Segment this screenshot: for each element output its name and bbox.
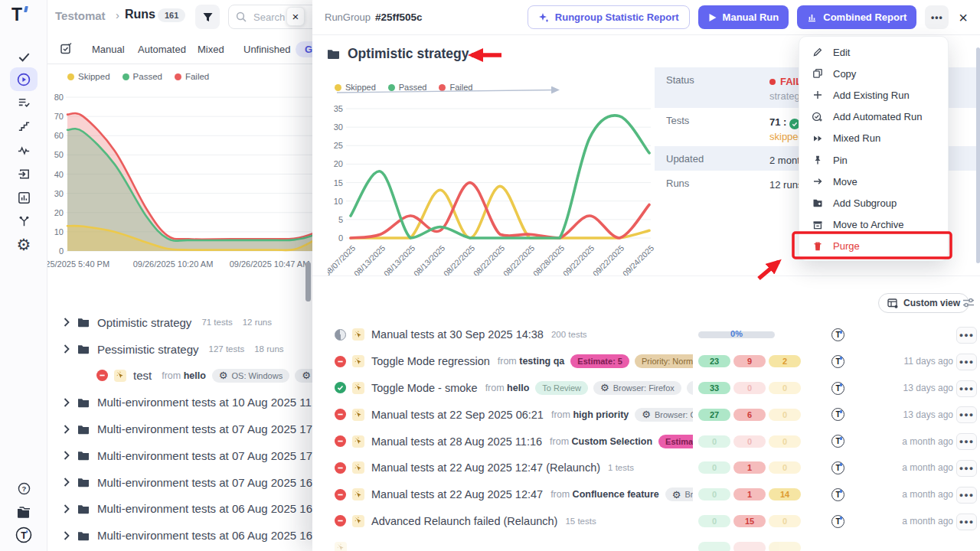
menu-item-add-subgroup[interactable]: Add Subgroup — [799, 192, 948, 214]
trash-icon — [812, 240, 823, 252]
tab-manual[interactable]: Manual — [92, 44, 125, 55]
legend-passed[interactable]: Passed — [122, 72, 162, 81]
test-plans-icon — [17, 96, 31, 110]
run-row-manual-tests-at-22-sep-2025-06-21[interactable]: Manual tests at 22 Sep 2025 06:21 from h… — [312, 401, 980, 428]
row-menu-button[interactable]: ●●● — [956, 460, 977, 477]
chevron-right-icon[interactable] — [64, 344, 70, 354]
close-icon[interactable]: × — [959, 10, 968, 25]
run-row-toggle-mode-smoke[interactable]: Toggle Mode - smoke from hello To Review… — [312, 375, 980, 402]
sidebar-item-help[interactable]: ? — [0, 476, 47, 500]
chevron-right-icon[interactable] — [64, 425, 70, 434]
breadcrumb-app[interactable]: Testomat — [55, 9, 106, 22]
row-menu-button[interactable]: ●●● — [956, 406, 977, 423]
more-actions-button[interactable]: ••• — [925, 5, 949, 29]
chevron-right-icon[interactable] — [64, 398, 70, 407]
menu-item-pin[interactable]: Pin — [799, 149, 948, 171]
skipped-count: 14 — [769, 488, 801, 500]
info-label: Updated — [666, 153, 769, 171]
badge-os-windows: ⚙OS: Windows — [212, 369, 289, 383]
sidebar-item-analytics[interactable] — [0, 185, 47, 210]
run-title: Manual tests at 22 Aug 2025 12:47 (Relau… — [371, 461, 600, 474]
legend-dot-icon — [335, 84, 341, 91]
tab-automated[interactable]: Automated — [138, 44, 186, 55]
rungroup-statistic-report-button[interactable]: Rungroup Statistic Report — [528, 5, 690, 29]
menu-item-copy[interactable]: Copy — [799, 63, 948, 84]
chevron-right-icon[interactable] — [64, 451, 70, 460]
row-menu-button[interactable]: ●●● — [956, 487, 977, 504]
drawer-scrollbar[interactable] — [976, 47, 980, 263]
menu-item-add-automated-run[interactable]: Add Automated Run — [799, 106, 948, 128]
sidebar-item-milestones[interactable] — [0, 113, 47, 138]
sidebar-item-settings[interactable]: ⚙ — [0, 233, 47, 257]
chevron-right-icon[interactable] — [64, 478, 70, 487]
legend-failed[interactable]: Failed — [439, 83, 472, 92]
filter-button[interactable] — [195, 5, 220, 29]
sidebar-item-branches[interactable] — [0, 209, 47, 233]
menu-item-move[interactable]: Move — [799, 171, 948, 192]
run-title: test — [133, 369, 152, 382]
result-counts: 000 — [698, 435, 804, 448]
table-view-icon — [887, 298, 898, 308]
folder-icon — [327, 48, 340, 60]
reporter-logo-icon[interactable]: T — [831, 328, 844, 341]
menu-item-mixed-run[interactable]: Mixed Run — [799, 128, 948, 149]
legend-skipped[interactable]: Skipped — [67, 72, 110, 81]
view-settings-icon[interactable] — [962, 298, 975, 308]
sidebar-item-runs[interactable] — [0, 67, 47, 92]
run-row-manual-tests-at-22-aug-2025-12-47-relaunch[interactable]: Manual tests at 22 Aug 2025 12:47 (Relau… — [312, 455, 980, 481]
testomat-logo-icon[interactable]: T — [11, 5, 22, 25]
run-title: Manual tests at 30 Sep 2025 14:38 — [371, 328, 544, 341]
gear-icon: ⚙ — [219, 370, 228, 380]
menu-item-edit[interactable]: Edit — [799, 41, 948, 63]
menu-item-add-existing-run[interactable]: Add Existing Run — [799, 84, 948, 106]
run-row-manual-tests-at-22-aug-2025-12-47[interactable]: Manual tests at 22 Aug 2025 12:47 from C… — [312, 481, 980, 508]
search-icon — [236, 11, 247, 22]
run-row-partial[interactable] — [312, 534, 980, 551]
folder-icon — [77, 504, 90, 514]
tab-mixed[interactable]: Mixed — [198, 44, 224, 55]
sidebar-item-pulse[interactable] — [0, 138, 47, 162]
clear-search-button[interactable]: × — [286, 7, 305, 26]
row-menu-button[interactable]: ●●● — [956, 514, 977, 530]
passed-count: 0 — [698, 435, 730, 448]
left-panel-scrollbar[interactable] — [305, 262, 311, 302]
menu-item-purge[interactable]: Purge — [799, 236, 948, 257]
sidebar-item-tests[interactable] — [0, 44, 47, 69]
run-row-toggle-mode-regression[interactable]: Toggle Mode regression from testing qa E… — [312, 348, 980, 375]
combined-report-button[interactable]: Combined Report — [797, 5, 916, 29]
manual-run-button[interactable]: Manual Run — [698, 5, 789, 29]
tab-unfinished[interactable]: Unfinished — [243, 44, 290, 55]
svg-text:20: 20 — [334, 159, 343, 168]
sidebar-item-import[interactable] — [0, 161, 47, 186]
pulse-icon — [17, 143, 31, 158]
sidebar-item-profile[interactable]: T — [0, 523, 47, 547]
menu-item-move-to-archive[interactable]: Move to Archive — [799, 214, 948, 236]
sidebar-item-docs[interactable] — [0, 500, 47, 524]
select-runs-icon[interactable] — [60, 43, 72, 55]
row-menu-button[interactable]: ●●● — [956, 354, 977, 370]
run-row-manual-tests-at-30-sep-2025-14-38[interactable]: Manual tests at 30 Sep 2025 14:38 200 te… — [312, 321, 980, 348]
legend-failed[interactable]: Failed — [175, 72, 209, 81]
svg-text:15: 15 — [334, 178, 343, 187]
chevron-right-icon[interactable] — [64, 531, 70, 540]
run-row-manual-tests-at-28-aug-2025-11-16[interactable]: Manual tests at 28 Aug 2025 11:16 from C… — [312, 428, 980, 455]
legend-skipped[interactable]: Skipped — [335, 83, 376, 92]
menu-item-label: Move to Archive — [833, 219, 904, 230]
run-row-advanced-relaunch-failed-relaunch[interactable]: Advanced Relaunch failed (Relaunch) 15 t… — [312, 508, 980, 535]
sidebar-item-test-plans[interactable] — [0, 90, 47, 115]
custom-view-button[interactable]: Custom view — [878, 293, 969, 313]
chevron-right-icon[interactable] — [64, 318, 70, 327]
legend-passed[interactable]: Passed — [388, 83, 427, 92]
group-meta: 12 runs — [243, 318, 272, 327]
legend-dot-icon — [388, 84, 395, 91]
row-menu-button[interactable]: ●●● — [956, 380, 977, 397]
badge-browser-chrome: ⚙Browser: Chrome — [635, 408, 693, 422]
manual-test-icon — [352, 488, 364, 500]
folder-plus-icon — [812, 197, 823, 209]
row-menu-button[interactable]: ●●● — [956, 327, 977, 344]
breadcrumb-section[interactable]: Runs — [125, 8, 155, 21]
row-menu-button[interactable]: ●●● — [956, 433, 977, 450]
chevron-right-icon[interactable] — [64, 504, 70, 514]
failed-count: 1 — [733, 488, 766, 500]
folder-icon — [77, 317, 90, 328]
